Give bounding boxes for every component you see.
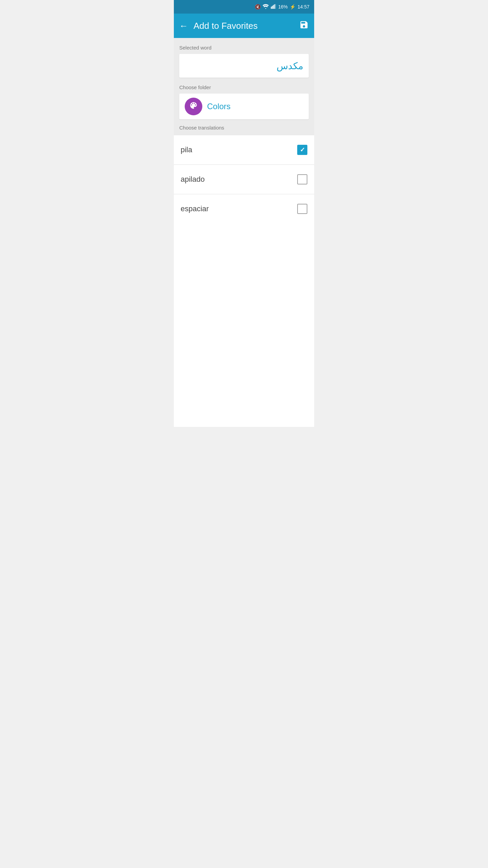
app-bar-left: ← Add to Favorites — [179, 21, 258, 31]
back-button[interactable]: ← — [179, 21, 188, 31]
svg-rect-1 — [272, 6, 272, 9]
checkbox-espaciar[interactable] — [297, 204, 307, 214]
signal-icon — [271, 4, 276, 10]
choose-translations-label: Choose translations — [179, 125, 309, 135]
choose-folder-label: Choose folder — [179, 84, 309, 90]
translations-list: pila apilado espaciar — [174, 135, 314, 223]
save-button[interactable] — [299, 20, 309, 32]
translation-item-pila[interactable]: pila — [174, 135, 314, 165]
battery-icon: ⚡ — [290, 4, 296, 9]
battery-percentage: 16% — [278, 4, 288, 9]
checkbox-apilado[interactable] — [297, 174, 307, 184]
folder-name: Colors — [207, 102, 230, 111]
folder-selector[interactable]: Colors — [179, 94, 309, 119]
checkbox-pila[interactable] — [297, 145, 307, 155]
selected-word-value: مكدس — [277, 60, 303, 72]
translation-word-pila: pila — [181, 145, 192, 154]
app-bar-title: Add to Favorites — [194, 21, 258, 31]
status-icons: 🔇 16% ⚡ 14:57 — [255, 4, 309, 10]
translation-word-apilado: apilado — [181, 175, 205, 184]
svg-rect-4 — [275, 4, 276, 9]
wifi-icon — [263, 4, 269, 10]
content-area: Selected word مكدس Choose folder Colors … — [174, 38, 314, 135]
translation-word-espaciar: espaciar — [181, 204, 209, 213]
mute-icon: 🔇 — [255, 4, 261, 9]
bottom-area — [174, 223, 314, 427]
translation-item-apilado[interactable]: apilado — [174, 165, 314, 194]
time-display: 14:57 — [298, 4, 309, 9]
translation-item-espaciar[interactable]: espaciar — [174, 194, 314, 223]
folder-icon-circle — [185, 98, 202, 115]
svg-rect-3 — [274, 4, 274, 8]
selected-word-label: Selected word — [179, 45, 309, 51]
selected-word-field: مكدس — [179, 54, 309, 78]
palette-icon — [189, 101, 198, 112]
svg-rect-2 — [273, 5, 273, 9]
status-bar: 🔇 16% ⚡ 14:57 — [174, 0, 314, 14]
svg-rect-0 — [271, 6, 271, 8]
app-bar: ← Add to Favorites — [174, 14, 314, 38]
